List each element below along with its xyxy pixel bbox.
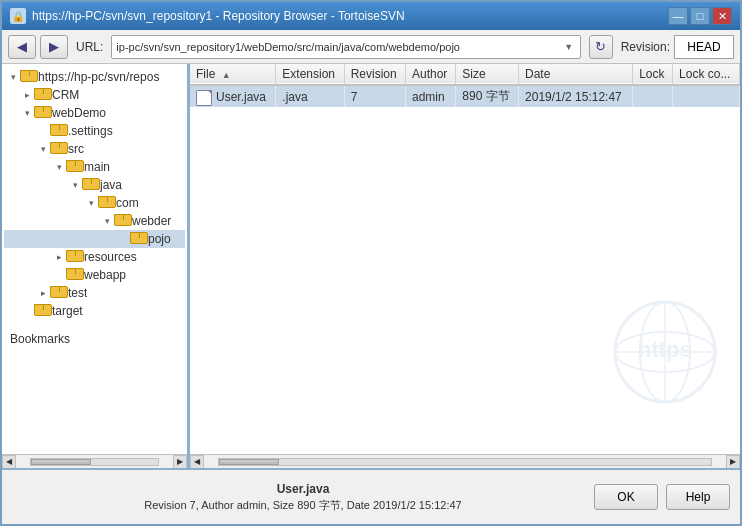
tree-item-test[interactable]: ▸ test <box>4 284 185 302</box>
src-expander[interactable]: ▾ <box>36 142 50 156</box>
tree-scroll-left[interactable]: ◀ <box>2 455 16 469</box>
ok-button[interactable]: OK <box>594 484 658 510</box>
url-dropdown-button[interactable]: ▼ <box>562 39 576 55</box>
cell-lockco <box>673 85 740 107</box>
resources-label: resources <box>84 250 137 264</box>
target-folder-icon <box>34 304 50 318</box>
tree-item-src[interactable]: ▾ src <box>4 140 185 158</box>
settings-folder-icon <box>50 124 66 138</box>
crm-label: CRM <box>52 88 79 102</box>
target-expander <box>20 304 34 318</box>
tree-item-webapp[interactable]: webapp <box>4 266 185 284</box>
file-scroll-left[interactable]: ◀ <box>190 455 204 469</box>
java-expander[interactable]: ▾ <box>68 178 82 192</box>
col-extension[interactable]: Extension <box>276 64 344 85</box>
cell-lock <box>633 85 673 107</box>
test-label: test <box>68 286 87 300</box>
com-expander[interactable]: ▾ <box>84 196 98 210</box>
root-folder-icon <box>20 70 36 84</box>
url-bar: ▼ <box>111 35 580 59</box>
tree-item-main[interactable]: ▾ main <box>4 158 185 176</box>
com-label: com <box>116 196 139 210</box>
tree-item-settings[interactable]: .settings <box>4 122 185 140</box>
file-table: File ▲ Extension Revision Author <box>190 64 740 107</box>
col-revision[interactable]: Revision <box>344 64 405 85</box>
settings-expander <box>36 124 50 138</box>
pojo-folder-icon <box>130 232 146 246</box>
maximize-button[interactable]: □ <box>690 7 710 25</box>
table-row[interactable]: User.java .java 7 admin 890 字节 2019/1/2 … <box>190 85 740 107</box>
file-scrollbar[interactable]: ◀ ▶ <box>190 454 740 468</box>
tree-item-pojo[interactable]: pojo <box>4 230 185 248</box>
target-label: target <box>52 304 83 318</box>
status-detail: Revision 7, Author admin, Size 890 字节, D… <box>144 498 461 513</box>
crm-expander[interactable]: ▸ <box>20 88 34 102</box>
file-scroll-right[interactable]: ▶ <box>726 455 740 469</box>
main-expander[interactable]: ▾ <box>52 160 66 174</box>
title-controls: — □ ✕ <box>668 7 732 25</box>
refresh-button[interactable]: ↻ <box>589 35 613 59</box>
tree-item-webdemo[interactable]: ▾ webDemo <box>4 104 185 122</box>
tree-item-target[interactable]: target <box>4 302 185 320</box>
file-cell-content: User.java <box>196 90 269 104</box>
col-author[interactable]: Author <box>406 64 456 85</box>
settings-label: .settings <box>68 124 113 138</box>
url-input[interactable] <box>116 41 561 53</box>
webapp-expander <box>52 268 66 282</box>
cell-extension: .java <box>276 85 344 107</box>
tree-item-webder[interactable]: ▾ webder <box>4 212 185 230</box>
tree-item-com[interactable]: ▾ com <box>4 194 185 212</box>
col-date[interactable]: Date <box>519 64 633 85</box>
tree-item-crm[interactable]: ▸ CRM <box>4 86 185 104</box>
webapp-folder-icon <box>66 268 82 282</box>
pojo-expander <box>116 232 130 246</box>
col-lockco[interactable]: Lock co... <box>673 64 740 85</box>
webdemo-label: webDemo <box>52 106 106 120</box>
col-file[interactable]: File ▲ <box>190 64 276 85</box>
file-table-container: File ▲ Extension Revision Author <box>190 64 740 454</box>
revision-input[interactable] <box>674 35 734 59</box>
col-size[interactable]: Size <box>456 64 519 85</box>
com-folder-icon <box>98 196 114 210</box>
webder-label: webder <box>132 214 171 228</box>
revision-label: Revision: <box>621 40 670 54</box>
minimize-button[interactable]: — <box>668 7 688 25</box>
tree-scroll-thumb[interactable] <box>31 459 91 465</box>
cell-author: admin <box>406 85 456 107</box>
test-expander[interactable]: ▸ <box>36 286 50 300</box>
src-folder-icon <box>50 142 66 156</box>
tree-root[interactable]: ▾ https://hp-pc/svn/repos <box>4 68 185 86</box>
resources-expander[interactable]: ▸ <box>52 250 66 264</box>
tree-scroll-right[interactable]: ▶ <box>173 455 187 469</box>
close-button[interactable]: ✕ <box>712 7 732 25</box>
status-filename: User.java <box>277 482 330 496</box>
tree-root-label: https://hp-pc/svn/repos <box>38 70 159 84</box>
webapp-label: webapp <box>84 268 126 282</box>
file-panel: File ▲ Extension Revision Author <box>190 64 740 468</box>
webdemo-folder-icon <box>34 106 50 120</box>
col-lock[interactable]: Lock <box>633 64 673 85</box>
webdemo-expander[interactable]: ▾ <box>20 106 34 120</box>
webder-expander[interactable]: ▾ <box>100 214 114 228</box>
cell-file: User.java <box>190 85 276 107</box>
back-button[interactable]: ◀ <box>8 35 36 59</box>
help-button[interactable]: Help <box>666 484 730 510</box>
main-folder-icon <box>66 160 82 174</box>
main-label: main <box>84 160 110 174</box>
tree-scrollbar[interactable]: ◀ ▶ <box>2 454 187 468</box>
bookmarks-section: Bookmarks <box>4 320 185 350</box>
src-label: src <box>68 142 84 156</box>
tree-item-java[interactable]: ▾ java <box>4 176 185 194</box>
java-label: java <box>100 178 122 192</box>
java-folder-icon <box>82 178 98 192</box>
pojo-label: pojo <box>148 232 171 246</box>
crm-folder-icon <box>34 88 50 102</box>
status-bar: User.java Revision 7, Author admin, Size… <box>2 468 740 524</box>
tree-item-resources[interactable]: ▸ resources <box>4 248 185 266</box>
file-scroll-thumb[interactable] <box>219 459 279 465</box>
cell-revision: 7 <box>344 85 405 107</box>
table-body: User.java .java 7 admin 890 字节 2019/1/2 … <box>190 85 740 107</box>
forward-button[interactable]: ▶ <box>40 35 68 59</box>
root-expander[interactable]: ▾ <box>6 70 20 84</box>
status-info: User.java Revision 7, Author admin, Size… <box>12 482 594 513</box>
